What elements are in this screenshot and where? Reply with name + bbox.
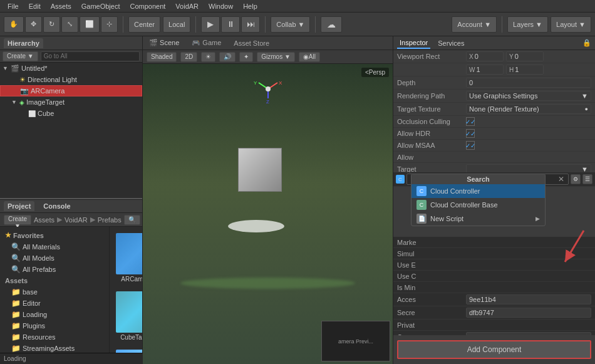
- shading-dropdown[interactable]: Shaded: [147, 52, 177, 62]
- services-tab[interactable]: Services: [435, 38, 467, 48]
- allow-msaa-checkbox[interactable]: ✓: [466, 141, 475, 150]
- tree-editor[interactable]: 📁 Editor: [3, 298, 106, 309]
- menu-assets[interactable]: Assets: [46, 3, 76, 10]
- occlusion-checkbox[interactable]: ✓: [466, 117, 475, 126]
- project-toolbar: Create ▼ Assets ▶ VoidAR ▶ Prefabs 🔍 ☆: [0, 213, 142, 227]
- move-tool[interactable]: ✥: [25, 16, 42, 33]
- center-toggle[interactable]: Center: [128, 16, 160, 33]
- viewport-h-field[interactable]: H1: [506, 65, 544, 75]
- multi-tool[interactable]: ⊹: [101, 16, 118, 33]
- viewport-w-field[interactable]: W1: [466, 65, 504, 75]
- inspector-scroll[interactable]: Viewport Rect X0 Y0 W1 H1 Depth 0 R: [393, 50, 595, 335]
- scene-tab-scene[interactable]: 🎬 Scene: [147, 38, 182, 48]
- sep5: [502, 16, 502, 33]
- hier-item-cube[interactable]: ⬜ Cube: [0, 108, 142, 119]
- svg-text:Y: Y: [254, 80, 257, 86]
- menu-window[interactable]: Window: [204, 3, 238, 10]
- add-component-button[interactable]: Add Component: [397, 340, 591, 359]
- hier-item-dirlight[interactable]: ☀ Directional Light: [0, 74, 142, 85]
- viewport-x-field[interactable]: X0: [466, 51, 504, 61]
- search-item-cloud-controller-base[interactable]: C Cloud Controller Base: [411, 198, 545, 212]
- console-tab[interactable]: Console: [39, 201, 74, 211]
- scale-tool[interactable]: ⤡: [61, 16, 78, 33]
- breadcrumb-assets[interactable]: Assets: [34, 216, 54, 224]
- secret-value[interactable]: dfb9747: [466, 308, 591, 318]
- breadcrumb-arrow2: ▶: [90, 216, 95, 224]
- step-button[interactable]: ⏭: [241, 16, 260, 33]
- left-panels: Hierarchy Create ▼ ▼ 🎬 Untitled* ☀ Direc…: [0, 36, 143, 364]
- inspector-tab[interactable]: Inspector: [397, 38, 430, 49]
- inspector-tabs: Inspector Services 🔒: [393, 36, 595, 50]
- tree-resources[interactable]: 📁 Resources: [3, 331, 106, 343]
- menu-component[interactable]: Component: [125, 3, 170, 10]
- target-texture-dropdown[interactable]: None (Render Texture) ●: [466, 104, 591, 114]
- collab-button[interactable]: Collab ▼: [271, 16, 310, 33]
- hand-tool[interactable]: ✋: [4, 16, 24, 33]
- tree-all-models[interactable]: 🔍 All Models: [3, 252, 106, 264]
- hierarchy-create-btn[interactable]: Create ▼: [3, 51, 38, 61]
- hier-item-imagetarget[interactable]: ▼ ◈ ImageTarget: [0, 96, 142, 108]
- effects-btn[interactable]: ✦: [239, 52, 253, 62]
- tree-all-prefabs[interactable]: 🔍 All Prefabs: [3, 264, 106, 275]
- all-btn[interactable]: ◉All: [299, 52, 320, 62]
- menu-help[interactable]: Help: [238, 3, 262, 10]
- light-icon: ☀: [19, 76, 26, 84]
- audio-btn[interactable]: 🔊: [219, 52, 235, 62]
- viewport-rect-label: Viewport Rect: [397, 53, 466, 60]
- tree-all-materials[interactable]: 🔍 All Materials: [3, 241, 106, 252]
- search-item-cloud-controller[interactable]: C Cloud Controller: [411, 184, 545, 198]
- hier-item-untitled[interactable]: ▼ 🎬 Untitled*: [0, 63, 142, 74]
- asset-cubetarget[interactable]: ▶ CubeTarget: [113, 289, 142, 343]
- camera-icon: 📷: [20, 87, 29, 95]
- project-create-btn[interactable]: Create ▼: [4, 215, 31, 225]
- account-button[interactable]: Account ▼: [452, 16, 497, 33]
- allow-hdr-checkbox[interactable]: ✓: [466, 129, 475, 138]
- layout-button[interactable]: Layout ▼: [551, 16, 591, 33]
- breadcrumb-voidar[interactable]: VoidAR: [65, 216, 88, 224]
- below-search-rows: Marke Simul Use E Use C: [393, 237, 595, 335]
- mode-2d[interactable]: 2D: [180, 52, 197, 62]
- menu-voidar[interactable]: VoidAR: [170, 3, 204, 10]
- search-icon-right[interactable]: ⚙: [571, 174, 581, 184]
- viewport-y-field[interactable]: Y0: [506, 51, 544, 61]
- tree-loading[interactable]: 📁 Loading: [3, 309, 106, 320]
- search-clear-btn[interactable]: ✕: [558, 175, 564, 184]
- local-toggle[interactable]: Local: [163, 16, 190, 33]
- gizmos-btn[interactable]: Gizmos ▼: [257, 52, 295, 62]
- cam-dropdown[interactable]: ▼: [466, 332, 591, 335]
- breadcrumb-prefabs[interactable]: Prefabs: [98, 216, 122, 224]
- play-button[interactable]: ▶: [201, 16, 220, 33]
- tree-base[interactable]: 📁 base: [3, 286, 106, 298]
- hier-label-arcamera: ARCamera: [31, 87, 65, 95]
- sep4: [315, 16, 316, 33]
- cloud-button[interactable]: ☁: [321, 16, 342, 33]
- plugins-label: Plugins: [23, 322, 45, 330]
- asset-arcamera[interactable]: ▶ ARCamera: [113, 231, 142, 285]
- hier-item-arcamera[interactable]: 📷 ARCamera: [0, 85, 142, 96]
- menu-bar: File Edit Assets GameObject Component Vo…: [0, 0, 595, 13]
- hierarchy-tab[interactable]: Hierarchy: [4, 38, 43, 48]
- rect-tool[interactable]: ⬜: [80, 16, 100, 33]
- cam-label: Came: [397, 333, 466, 335]
- menu-file[interactable]: File: [3, 3, 24, 10]
- project-tab[interactable]: Project: [4, 201, 34, 211]
- rotate-tool[interactable]: ↻: [43, 16, 60, 33]
- depth-value[interactable]: 0: [466, 78, 591, 88]
- scene-view[interactable]: X Y Z <Persp amera Previ...: [143, 64, 393, 364]
- access-value[interactable]: 9ee11b4: [466, 294, 591, 304]
- new-script-item[interactable]: 📄 New Script ▶: [411, 212, 545, 226]
- scene-tab-assetstore[interactable]: Asset Store: [231, 38, 272, 48]
- menu-gameobject[interactable]: GameObject: [76, 3, 125, 10]
- scene-tab-game[interactable]: 🎮 Game: [189, 38, 224, 48]
- hierarchy-search[interactable]: [41, 51, 140, 61]
- search-icon-right2[interactable]: ☰: [582, 174, 592, 184]
- layers-button[interactable]: Layers ▼: [507, 16, 548, 33]
- lighting-btn[interactable]: ☀: [201, 52, 215, 62]
- lock-icon[interactable]: 🔒: [582, 39, 591, 47]
- private-label: Privat: [397, 321, 466, 329]
- search-icon-btn[interactable]: 🔍: [124, 215, 140, 225]
- menu-edit[interactable]: Edit: [24, 3, 46, 10]
- rendering-path-dropdown[interactable]: Use Graphics Settings ▼: [466, 91, 591, 101]
- tree-plugins[interactable]: 📁 Plugins: [3, 320, 106, 331]
- pause-button[interactable]: ⏸: [221, 16, 240, 33]
